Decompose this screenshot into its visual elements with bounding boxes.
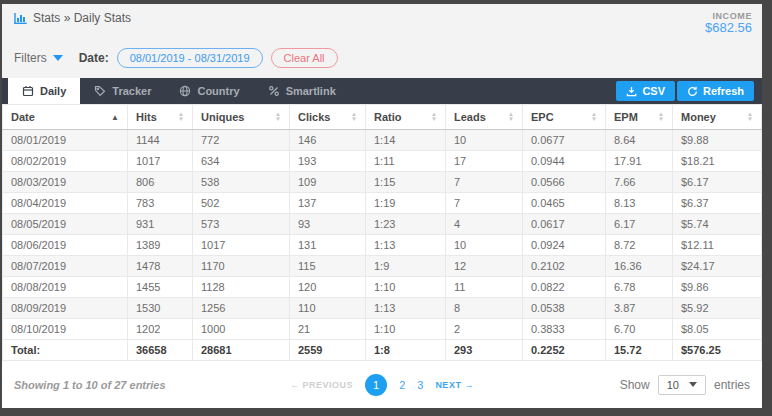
cell: 573 [193,214,290,235]
total-leads: 293 [446,340,523,361]
table-row: 08/02/201910176341931:11170.094417.91$18… [3,151,762,172]
page-button-3[interactable]: 3 [417,379,423,391]
cell: 3.87 [606,298,673,319]
clear-all-button[interactable]: Clear All [271,48,338,68]
cell: 783 [128,193,193,214]
cell: 1478 [128,256,193,277]
cell: 08/08/2019 [3,277,128,298]
cell: $6.37 [673,193,762,214]
cell: 4 [446,214,523,235]
cell: 110 [290,298,366,319]
tab-country[interactable]: Country [165,78,253,104]
cell: 131 [290,235,366,256]
cell: 7 [446,193,523,214]
column-header-date[interactable]: Date▲ [3,105,128,130]
cell: 10 [446,130,523,151]
refresh-button-label: Refresh [703,85,744,97]
table-footer: Showing 1 to 10 of 27 entries ← PREVIOUS… [2,361,762,408]
page-button-2[interactable]: 2 [399,379,405,391]
cell: 2 [446,319,523,340]
date-range-pill[interactable]: 08/01/2019 - 08/31/2019 [117,48,263,68]
refresh-button[interactable]: Refresh [677,81,754,101]
footer-left: Showing 1 to 10 of 27 entries [14,379,290,391]
column-header-clicks[interactable]: Clicks▲▼ [290,105,366,130]
table-row: 08/01/201911447721461:14100.06778.64$9.8… [3,130,762,151]
tab-bar: Daily Tracker Country [2,78,762,104]
page-size-value: 10 [667,379,679,391]
cell: 08/02/2019 [3,151,128,172]
sort-icon: ▲▼ [275,112,281,122]
sort-icon: ▲▼ [747,112,753,122]
cell: 1:13 [366,235,446,256]
cell: $12.11 [673,235,762,256]
column-header-ratio[interactable]: Ratio▲▼ [366,105,446,130]
cell: 137 [290,193,366,214]
caret-down-icon [689,382,697,387]
cell: 08/01/2019 [3,130,128,151]
filters-toggle[interactable]: Filters [14,51,63,65]
column-header-leads[interactable]: Leads▲▼ [446,105,523,130]
cell: 0.0566 [523,172,606,193]
table-row: 08/05/2019931573931:2340.06176.17$5.74 [3,214,762,235]
cell: 634 [193,151,290,172]
column-header-uniques[interactable]: Uniques▲▼ [193,105,290,130]
cell: 1530 [128,298,193,319]
cell: 10 [446,235,523,256]
cell: $9.86 [673,277,762,298]
column-header-money[interactable]: Money▲▼ [673,105,762,130]
table-row: 08/04/20197835021371:1970.04658.13$6.37 [3,193,762,214]
tab-label: Tracker [112,85,151,97]
cell: $24.17 [673,256,762,277]
tab-daily[interactable]: Daily [8,78,80,104]
cell: $5.92 [673,298,762,319]
next-page-button[interactable]: NEXT → [435,380,474,390]
table-row: 08/09/2019153012561101:1380.05383.87$5.9… [3,298,762,319]
cell: 8.72 [606,235,673,256]
sort-asc-icon: ▲ [111,113,119,122]
cell: 08/07/2019 [3,256,128,277]
bar-chart-icon [14,12,27,25]
tab-tracker[interactable]: Tracker [80,78,165,104]
cell: 1:11 [366,151,446,172]
cell: 538 [193,172,290,193]
column-header-epc[interactable]: EPC▲▼ [523,105,606,130]
page-button-1[interactable]: 1 [365,374,387,396]
column-header-hits[interactable]: Hits▲▼ [128,105,193,130]
cell: 1:10 [366,277,446,298]
cell: 6.78 [606,277,673,298]
csv-button[interactable]: CSV [616,81,675,101]
cell: 08/06/2019 [3,235,128,256]
cell: 1:13 [366,298,446,319]
table-row: 08/07/2019147811701151:9120.210216.36$24… [3,256,762,277]
cell: 08/04/2019 [3,193,128,214]
cell: $18.21 [673,151,762,172]
table-header-row: Date▲ Hits▲▼ Uniques▲▼ Clicks▲▼ Ratio▲▼ … [3,105,762,130]
table-body: 08/01/201911447721461:14100.06778.64$9.8… [3,130,762,340]
table-row: 08/10/201912021000211:1020.38336.70$8.05 [3,319,762,340]
cell: 0.0538 [523,298,606,319]
cell: 1256 [193,298,290,319]
table-row: 08/03/20198065381091:1570.05667.66$6.17 [3,172,762,193]
tab-label: Smartlink [286,85,336,97]
column-header-epm[interactable]: EPM▲▼ [606,105,673,130]
page-size-select[interactable]: 10 [658,375,706,395]
total-money: $576.25 [673,340,762,361]
showing-entries-text: Showing 1 to 10 of 27 entries [14,379,166,391]
cell: 08/05/2019 [3,214,128,235]
sort-icon: ▲▼ [508,112,514,122]
tab-smartlink[interactable]: Smartlink [254,78,350,104]
previous-page-button[interactable]: ← PREVIOUS [290,380,353,390]
cell: 1389 [128,235,193,256]
refresh-icon [687,86,698,97]
pagination: ← PREVIOUS 1 2 3 NEXT → [290,374,474,396]
total-uniques: 28681 [193,340,290,361]
cell: $8.05 [673,319,762,340]
cell: 931 [128,214,193,235]
date-filter-label: Date: [79,51,109,65]
top-bar: Stats » Daily Stats INCOME $682.56 [2,4,762,38]
cell: 772 [193,130,290,151]
cell: 109 [290,172,366,193]
cell: 1:9 [366,256,446,277]
cell: 17.91 [606,151,673,172]
cell: 1000 [193,319,290,340]
